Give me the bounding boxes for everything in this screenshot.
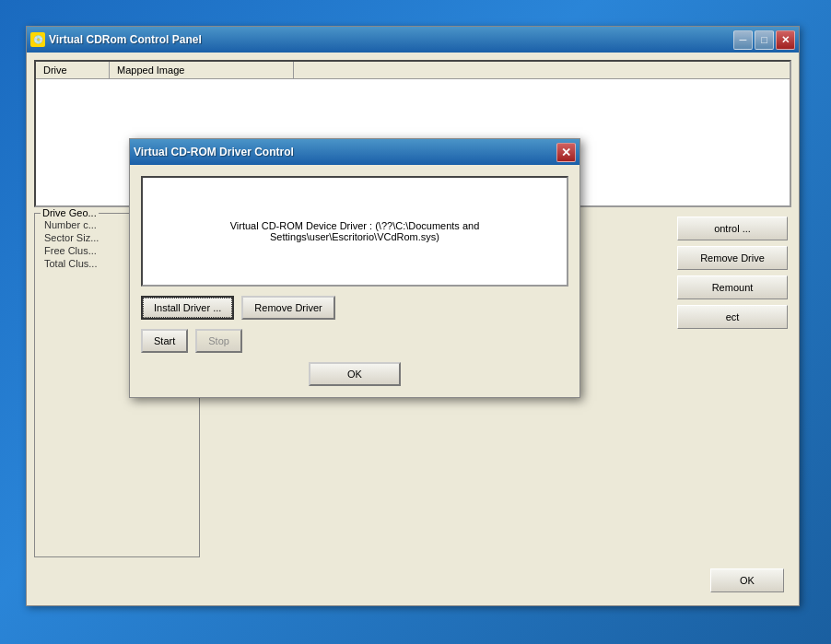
main-title-bar: 💿 Virtual CDRom Control Panel ─ □ ✕ (27, 27, 799, 53)
remove-drive-button[interactable]: Remove Drive (677, 246, 788, 270)
driver-buttons-row: Install Driver ... Remove Driver (141, 296, 568, 320)
title-bar-buttons: ─ □ ✕ (733, 30, 795, 50)
geo-label-2: Sector Siz... (44, 232, 99, 243)
dialog-close-button[interactable]: ✕ (556, 143, 576, 162)
driver-control-dialog: Virtual CD-ROM Driver Control ✕ Virtual … (129, 138, 580, 398)
dialog-title-text: Virtual CD-ROM Driver Control (134, 146, 553, 158)
bottom-ok-row: OK (34, 563, 791, 598)
col-drive-header[interactable]: Drive (36, 62, 110, 78)
list-header: Drive Mapped Image (36, 62, 790, 79)
main-ok-button[interactable]: OK (710, 568, 784, 592)
geo-label-4: Total Clus... (44, 258, 97, 269)
dialog-ok-button[interactable]: OK (309, 362, 401, 386)
dialog-content: Virtual CD-ROM Device Driver : (\??\C:\D… (130, 165, 579, 397)
maximize-button[interactable]: □ (755, 30, 774, 50)
install-driver-button[interactable]: Install Driver ... (141, 296, 234, 320)
app-icon: 💿 (30, 32, 45, 47)
geo-label-3: Free Clus... (44, 245, 97, 256)
drive-geo-label: Drive Geo... (41, 207, 99, 218)
dialog-title-bar: Virtual CD-ROM Driver Control ✕ (130, 139, 579, 165)
remount-button[interactable]: Remount (677, 275, 788, 299)
minimize-button[interactable]: ─ (733, 30, 753, 50)
close-button[interactable]: ✕ (776, 30, 795, 50)
col-mapped-image-header[interactable]: Mapped Image (110, 62, 294, 78)
dialog-body-text: Virtual CD-ROM Device Driver : (\??\C:\D… (150, 220, 559, 242)
start-button[interactable]: Start (141, 329, 188, 353)
start-stop-row: Start Stop (141, 329, 568, 353)
list-body (36, 79, 790, 87)
dialog-text-area: Virtual CD-ROM Device Driver : (\??\C:\D… (141, 176, 568, 287)
dialog-ok-row: OK (141, 362, 568, 386)
remove-driver-button[interactable]: Remove Driver (241, 296, 334, 320)
main-title-text: Virtual CDRom Control Panel (49, 33, 730, 46)
geo-label-1: Number c... (44, 219, 97, 230)
eject-button[interactable]: ect (677, 305, 788, 329)
control-button[interactable]: ontrol ... (677, 217, 788, 240)
stop-button[interactable]: Stop (195, 329, 242, 353)
